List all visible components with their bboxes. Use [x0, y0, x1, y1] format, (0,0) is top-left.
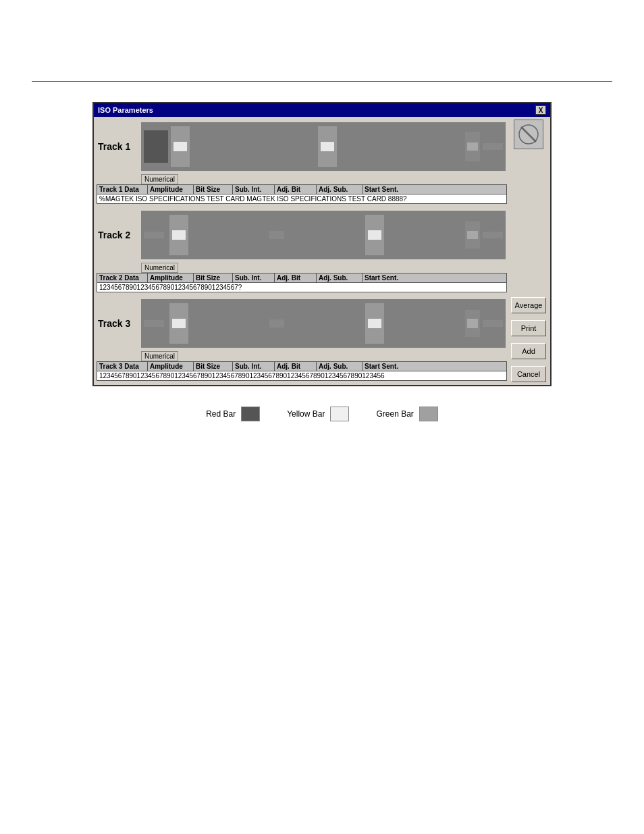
track3-data-row: 1234567890123456789012345678901234567890… — [97, 371, 507, 381]
track1-data-row: %MAGTEK ISO SPECIFICATIONS TEST CARD MAG… — [97, 194, 507, 204]
track3-yellow-col1 — [169, 303, 188, 344]
track3-green-small — [269, 319, 284, 328]
track2-col-adj: Adj. Bit — [275, 273, 317, 283]
yellow-swatch — [330, 407, 349, 421]
track3-section: Track 3 — [97, 296, 507, 381]
track3-green-col — [465, 310, 480, 337]
track1-dash — [483, 143, 503, 150]
average-button[interactable]: Average — [511, 297, 546, 313]
track2-yellow-col2 — [365, 215, 384, 255]
legend-yellow-item: Yellow Bar — [287, 407, 349, 421]
legend-red-label: Red Bar — [206, 409, 236, 419]
track2-data-row: 1234567890123456789012345678901234567? — [97, 283, 507, 292]
track1-green-bar — [467, 142, 478, 151]
track1-col-data: Track 1 Data — [97, 185, 148, 194]
track1-yellow-col — [171, 126, 190, 167]
track1-green-col — [465, 132, 480, 161]
track3-col-bit: Bit Size — [194, 362, 233, 371]
add-button[interactable]: Add — [511, 343, 546, 359]
track1-yellow-col2 — [318, 126, 337, 167]
track3-dash-left — [144, 320, 164, 327]
cancel-button[interactable]: Cancel — [511, 366, 546, 382]
track2-yellow-col1 — [169, 215, 188, 255]
track1-col-start: Start Sent. — [363, 185, 507, 194]
track1-section: Track 1 — [97, 120, 507, 204]
legend-green-label: Green Bar — [376, 409, 413, 419]
track2-col-data: Track 2 Data — [97, 273, 148, 283]
dialog-titlebar: ISO Parameters X — [94, 103, 550, 117]
track2-green-small — [269, 231, 284, 239]
track1-label: Track 1 — [98, 141, 138, 152]
dialog-title: ISO Parameters — [98, 106, 153, 114]
tracks-area: Track 1 — [97, 120, 507, 382]
iso-parameters-dialog: ISO Parameters X Track 1 — [92, 102, 552, 386]
track2-col-start: Start Sent. — [363, 273, 507, 283]
track3-graph-row: Track 3 — [97, 296, 507, 350]
track1-graph — [141, 122, 506, 171]
track2-graph-row: Track 2 — [97, 208, 507, 262]
dialog-wrapper: ISO Parameters X Track 1 — [0, 102, 644, 421]
track3-col-start: Start Sent. — [363, 362, 507, 371]
track2-section: Track 2 — [97, 208, 507, 292]
track1-col-sub: Sub. Int. — [233, 185, 275, 194]
track2-green-col — [465, 221, 480, 249]
track1-yellow-bar2 — [321, 142, 334, 151]
close-button[interactable]: X — [535, 105, 546, 115]
track2-yellow-bar2 — [368, 230, 381, 240]
track1-numerical-label: Numerical — [141, 174, 178, 184]
track3-col-sub: Sub. Int. — [233, 362, 275, 371]
track2-dash-left — [144, 232, 164, 238]
legend-green-item: Green Bar — [376, 407, 437, 421]
legend-area: Red Bar Yellow Bar Green Bar — [206, 407, 438, 421]
track3-numerical-label: Numerical — [141, 351, 178, 361]
track2-label: Track 2 — [98, 230, 138, 240]
track1-numerical-wrapper: Numerical — [97, 174, 507, 184]
track1-col-amp: Amplitude — [148, 185, 194, 194]
track3-col-amp: Amplitude — [148, 362, 194, 371]
track3-col-data: Track 3 Data — [97, 362, 148, 371]
track2-numerical-label: Numerical — [141, 263, 178, 273]
track2-graph — [141, 211, 506, 259]
track3-green-bar — [467, 319, 478, 328]
green-swatch — [419, 407, 438, 421]
red-swatch — [241, 407, 260, 421]
track1-graph-row: Track 1 — [97, 120, 507, 174]
track2-numerical-wrapper: Numerical — [97, 262, 507, 273]
legend-red-item: Red Bar — [206, 407, 260, 421]
track1-col-adjsub: Adj. Sub. — [317, 185, 363, 194]
track3-yellow-col2 — [365, 303, 384, 344]
track2-col-adjsub: Adj. Sub. — [317, 273, 363, 283]
track1-table-header: Track 1 Data Amplitude Bit Size Sub. Int… — [97, 184, 507, 194]
track2-col-bit: Bit Size — [194, 273, 233, 283]
print-button[interactable]: Print — [511, 320, 546, 336]
top-divider — [32, 81, 612, 82]
track1-yellow-bar — [173, 142, 187, 151]
track2-dash-right — [483, 232, 503, 238]
side-buttons-panel: Average Print Add Cancel — [507, 120, 547, 382]
track3-yellow-bar1 — [172, 319, 186, 328]
track3-label: Track 3 — [98, 318, 138, 329]
no-entry-icon — [518, 124, 539, 145]
track2-col-sub: Sub. Int. — [233, 273, 275, 283]
track1-col-bit: Bit Size — [194, 185, 233, 194]
dialog-body: Track 1 — [94, 117, 550, 385]
track3-col-adj: Adj. Bit — [275, 362, 317, 371]
track3-numerical-wrapper: Numerical — [97, 350, 507, 361]
track3-graph — [141, 299, 506, 348]
track1-red-bar — [144, 130, 168, 163]
track2-table-header: Track 2 Data Amplitude Bit Size Sub. Int… — [97, 273, 507, 283]
page-container: ISO Parameters X Track 1 — [0, 0, 644, 834]
track2-yellow-bar1 — [172, 230, 186, 240]
track3-yellow-bar2 — [368, 319, 381, 328]
track3-table-header: Track 3 Data Amplitude Bit Size Sub. Int… — [97, 361, 507, 371]
legend-yellow-label: Yellow Bar — [287, 409, 325, 419]
track2-col-amp: Amplitude — [148, 273, 194, 283]
status-icon — [514, 120, 543, 149]
track3-col-adjsub: Adj. Sub. — [317, 362, 363, 371]
track3-dash-right — [483, 320, 503, 327]
track2-green-bar — [467, 231, 478, 239]
track1-col-adj: Adj. Bit — [275, 185, 317, 194]
